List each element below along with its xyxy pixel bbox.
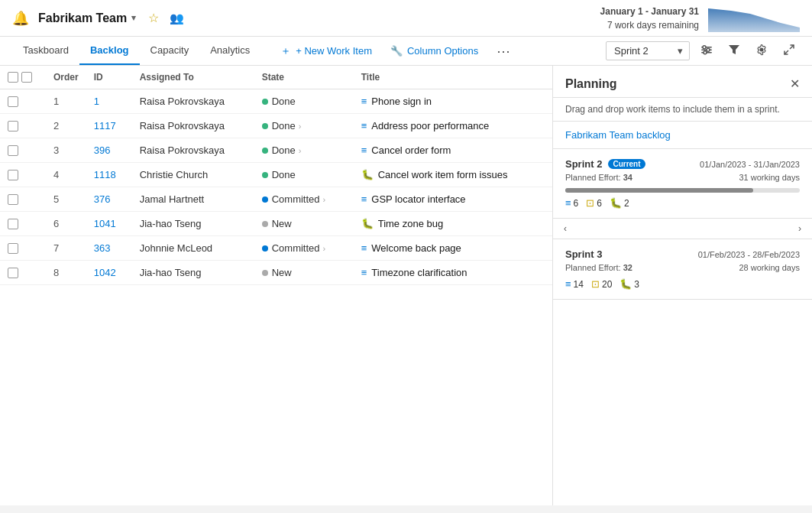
row-assigned-to: Jia-hao Tseng (140, 218, 202, 229)
tab-backlog[interactable]: Backlog (79, 37, 140, 65)
row-id-cell[interactable]: 1118 (86, 163, 132, 187)
row-state-cell: Done › (254, 138, 354, 163)
state-label: Committed (272, 193, 320, 205)
col-header-state[interactable]: State (254, 66, 354, 89)
bug-icon: 🐛 (361, 169, 374, 180)
row-assigned-cell: Raisa Pokrovskaya (132, 89, 254, 114)
tab-analytics[interactable]: Analytics (199, 37, 260, 65)
sprint-work-days: 7 work days remaining (600, 18, 699, 32)
filter-button[interactable] (723, 39, 745, 63)
row-assigned-cell: Jia-hao Tseng (132, 212, 254, 236)
main-content: Order ID Assigned To State Title 1 1 Rai… (0, 66, 812, 505)
svg-point-6 (704, 50, 707, 54)
row-order-cell: 8 (46, 261, 86, 285)
row-title[interactable]: Welcome back page (371, 242, 461, 254)
row-state-cell: Committed › (254, 236, 354, 261)
sprint-effort-row: Planned Effort: 34 31 working days (565, 173, 800, 182)
new-work-item-button[interactable]: ＋ + New Work Item (273, 40, 380, 63)
backlog-link[interactable]: Fabrikam Team backlog (553, 122, 812, 149)
row-order: 6 (53, 218, 59, 229)
expand-button[interactable] (778, 39, 800, 63)
row-id[interactable]: 396 (94, 144, 111, 156)
star-icon[interactable]: ☆ (148, 11, 159, 25)
close-icon[interactable]: ✕ (790, 76, 800, 91)
row-checkbox[interactable] (8, 121, 18, 131)
team-chevron-icon[interactable]: ▾ (131, 13, 136, 23)
row-checkbox[interactable] (8, 268, 18, 278)
expand-row-icon[interactable]: › (323, 244, 326, 253)
row-state-cell: New (254, 261, 354, 285)
row-checkbox[interactable] (8, 170, 18, 180)
tab-taskboard[interactable]: Taskboard (12, 37, 79, 65)
more-options-button[interactable]: ⋯ (489, 38, 518, 64)
row-assigned-to: Jamal Hartnett (140, 193, 205, 205)
sprint-scrollbar (565, 188, 800, 193)
settings-button[interactable] (751, 39, 772, 63)
row-id[interactable]: 363 (94, 242, 111, 254)
row-title[interactable]: Cancel work item form issues (378, 169, 508, 180)
row-title-cell: 🐛 Time zone bug (354, 212, 552, 236)
expand-row-icon[interactable]: › (299, 122, 302, 131)
row-title[interactable]: GSP locator interface (371, 193, 465, 205)
row-title[interactable]: Time zone bug (378, 218, 444, 229)
row-id-cell[interactable]: 1041 (86, 212, 132, 236)
sprint-card: Sprint 2 Current 01/Jan/2023 - 31/Jan/20… (553, 149, 812, 219)
row-id[interactable]: 1118 (94, 169, 116, 180)
row-title-cell: ≡ GSP locator interface (354, 187, 552, 212)
sprint-name[interactable]: Sprint 2 (565, 158, 602, 170)
row-checkbox[interactable] (8, 145, 18, 156)
col-header-id[interactable]: ID (86, 66, 132, 89)
row-state-cell: Done (254, 89, 354, 114)
row-id-cell[interactable]: 1042 (86, 261, 132, 285)
row-title[interactable]: Address poor performance (371, 120, 489, 131)
people-icon[interactable]: 👥 (170, 11, 184, 25)
row-id[interactable]: 1117 (94, 120, 116, 131)
col-header-title[interactable]: Title (354, 66, 552, 89)
sprint-dates: 01/Feb/2023 - 28/Feb/2023 (698, 250, 800, 259)
row-title[interactable]: Cancel order form (371, 144, 451, 156)
sprint-card: Sprint 3 01/Feb/2023 - 28/Feb/2023 Plann… (553, 239, 812, 300)
expand-row-icon[interactable]: › (323, 195, 326, 204)
row-checkbox[interactable] (8, 219, 18, 229)
row-title[interactable]: Phone sign in (371, 96, 432, 107)
row-check-cell (0, 236, 46, 261)
row-checkbox[interactable] (8, 194, 18, 205)
col-header-assigned[interactable]: Assigned To (132, 66, 254, 89)
column-options-button[interactable]: 🔧 Column Options (383, 41, 486, 61)
sprint-dropdown[interactable]: Sprint 2 (606, 41, 690, 60)
row-id[interactable]: 1041 (94, 218, 116, 229)
row-id-cell[interactable]: 363 (86, 236, 132, 261)
view-options-button[interactable] (696, 39, 717, 63)
row-id-cell[interactable]: 396 (86, 138, 132, 163)
table-row: 8 1042 Jia-hao Tseng New ≡ Timezone clar… (0, 261, 552, 285)
sprint-name[interactable]: Sprint 3 (565, 248, 602, 260)
nav-tabs: Taskboard Backlog Capacity Analytics (12, 37, 260, 65)
scroll-right-arrow[interactable]: › (794, 222, 806, 235)
bug-icon: 🐛 (361, 218, 374, 229)
checkbox-secondary[interactable] (21, 72, 32, 83)
expand-row-icon[interactable]: › (299, 146, 302, 155)
row-title[interactable]: Timezone clarification (371, 267, 467, 278)
col-header-order[interactable]: Order (46, 66, 86, 89)
checkbox-all[interactable] (8, 72, 18, 83)
row-id[interactable]: 1 (94, 96, 99, 107)
row-id[interactable]: 1042 (94, 267, 116, 278)
row-id-cell[interactable]: 1 (86, 89, 132, 114)
sprint-scrollbar-thumb[interactable] (565, 188, 753, 193)
state-dot (262, 172, 268, 178)
table-row: 1 1 Raisa Pokrovskaya Done ≡ Phone sign … (0, 89, 552, 114)
team-name[interactable]: Fabrikam Team ▾ (38, 11, 136, 25)
svg-point-4 (703, 45, 706, 48)
scroll-left-arrow[interactable]: ‹ (559, 222, 571, 235)
task-count: 20 (602, 279, 612, 290)
row-id-cell[interactable]: 376 (86, 187, 132, 212)
row-assigned-to: Johnnie McLeod (140, 242, 212, 254)
row-id-cell[interactable]: 1117 (86, 114, 132, 138)
bug-icon: 🐛 (610, 197, 622, 209)
row-checkbox[interactable] (8, 96, 18, 107)
row-checkbox[interactable] (8, 243, 18, 254)
row-id[interactable]: 376 (94, 193, 111, 205)
tab-capacity[interactable]: Capacity (140, 37, 200, 65)
bell-icon: 🔔 (12, 10, 29, 27)
story-count: 6 (574, 198, 579, 209)
